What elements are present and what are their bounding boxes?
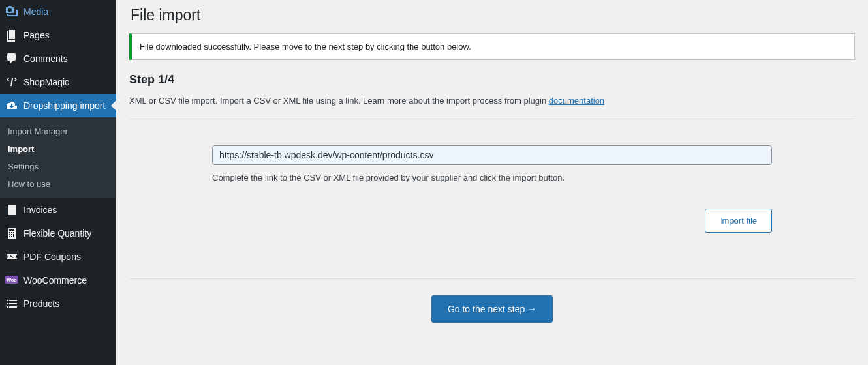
description: XML or CSV file import. Import a CSV or … <box>129 96 855 119</box>
sidebar-submenu: Import Manager Import Settings How to us… <box>0 117 116 198</box>
sidebar-item-label: ShopMagic <box>23 77 69 87</box>
admin-sidebar: Media Pages Comments ShopMagic Dropshipp… <box>0 0 116 365</box>
submenu-import-manager[interactable]: Import Manager <box>0 123 116 140</box>
documentation-link[interactable]: documentation <box>549 96 604 106</box>
url-input[interactable] <box>212 145 772 165</box>
import-file-button[interactable]: Import file <box>705 209 772 233</box>
sidebar-item-label: Dropshipping import <box>23 100 105 111</box>
sidebar-item-pdf-coupons[interactable]: PDF Coupons <box>0 245 116 269</box>
comments-icon <box>5 52 18 65</box>
svg-text:Woo: Woo <box>7 278 16 282</box>
media-icon <box>5 5 18 18</box>
coupon-icon <box>5 250 18 263</box>
invoices-icon <box>5 203 18 216</box>
help-text: Complete the link to the CSV or XML file… <box>212 173 772 182</box>
divider <box>129 119 855 119</box>
center-row: Go to the next step → <box>129 295 855 323</box>
submenu-import[interactable]: Import <box>0 140 116 158</box>
sidebar-item-label: Invoices <box>23 205 57 215</box>
submenu-how-to-use[interactable]: How to use <box>0 175 116 193</box>
page-title: File import <box>131 7 855 24</box>
divider <box>129 278 855 279</box>
submenu-settings[interactable]: Settings <box>0 158 116 175</box>
sidebar-item-label: Flexible Quantity <box>23 228 91 239</box>
woocommerce-icon: Woo <box>5 274 18 287</box>
shopmagic-icon <box>5 76 18 89</box>
sidebar-item-label: Products <box>23 299 59 309</box>
sidebar-item-label: Pages <box>23 30 50 40</box>
sidebar-item-invoices[interactable]: Invoices <box>0 198 116 222</box>
sidebar-item-dropshipping[interactable]: Dropshipping import <box>0 94 116 117</box>
main-content: File import File downloaded successfully… <box>116 0 868 365</box>
pages-icon <box>5 29 18 42</box>
step-heading: Step 1/4 <box>129 73 855 87</box>
sidebar-item-media[interactable]: Media <box>0 0 116 23</box>
sidebar-item-label: Comments <box>23 53 68 64</box>
button-row: Import file <box>212 209 772 252</box>
sidebar-item-label: WooCommerce <box>23 275 87 285</box>
success-notice: File downloaded successfully. Please mov… <box>129 33 855 60</box>
calculator-icon <box>5 227 18 240</box>
sidebar-item-shopmagic[interactable]: ShopMagic <box>0 70 116 94</box>
sidebar-item-products[interactable]: Products <box>0 292 116 315</box>
download-icon <box>5 99 18 112</box>
sidebar-item-label: PDF Coupons <box>23 252 81 262</box>
description-text: XML or CSV file import. Import a CSV or … <box>129 96 549 106</box>
sidebar-item-flexible-quantity[interactable]: Flexible Quantity <box>0 222 116 245</box>
sidebar-item-woocommerce[interactable]: Woo WooCommerce <box>0 269 116 292</box>
sidebar-item-pages[interactable]: Pages <box>0 23 116 47</box>
sidebar-item-comments[interactable]: Comments <box>0 47 116 70</box>
sidebar-item-label: Media <box>23 7 48 17</box>
next-step-button[interactable]: Go to the next step → <box>431 295 553 323</box>
form-area: Complete the link to the CSV or XML file… <box>212 145 772 252</box>
products-icon <box>5 297 18 310</box>
